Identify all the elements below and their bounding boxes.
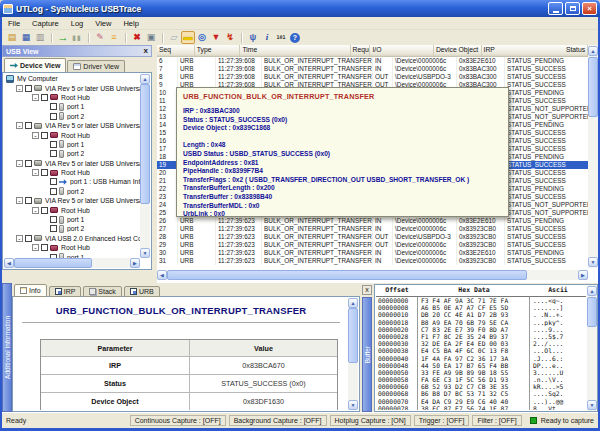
tab-irp[interactable]: IRP	[49, 286, 82, 297]
tree-checkbox[interactable]	[50, 141, 57, 148]
tree-item[interactable]: - port 1 : USB Human Interface D	[4, 177, 140, 186]
grid-row[interactable]: 7 URB 11:27:39:608 BULK_OR_INTERRUPT_TRA…	[157, 65, 588, 73]
scroll-up-icon[interactable]: ▲	[348, 298, 358, 308]
tab-stack[interactable]: Stack	[83, 286, 122, 297]
tree-expander-icon[interactable]: -	[32, 244, 39, 251]
hex-row[interactable]: 00000020 C7 83 2E E7 39 F0 8D A7 ....9..…	[376, 326, 586, 333]
scroll-down-icon[interactable]: ▼	[588, 257, 598, 267]
tree-checkbox[interactable]	[41, 132, 48, 139]
grid-column-header[interactable]: Time	[240, 45, 350, 56]
tree-checkbox[interactable]	[50, 188, 57, 195]
title-bar[interactable]: UTLog - SysNucleus USBTrace ×	[0, 0, 600, 17]
tree-item[interactable]: - port 1	[4, 215, 140, 224]
tree-checkbox[interactable]	[41, 169, 48, 176]
scroll-up-icon[interactable]: ▲	[140, 74, 150, 84]
log-options-button[interactable]: ≡	[107, 31, 121, 44]
tree-checkbox[interactable]	[41, 207, 48, 214]
hex-row[interactable]: 00000018 B8 A9 EA 70 6B 79 5E CA ...pky^…	[376, 319, 586, 326]
tree-checkbox[interactable]	[50, 113, 57, 120]
hex-row[interactable]: 00000050 33 FE A9 9B 89 9B 18 55 3......…	[376, 369, 586, 376]
grid-row[interactable]: 27 URB 11:27:39:623 BULK_OR_INTERRUPT_TR…	[157, 225, 588, 233]
tree-checkbox[interactable]	[50, 103, 57, 110]
scroll-down-icon[interactable]: ▼	[140, 248, 150, 258]
hex-row[interactable]: 00000000 F3 F4 AF 9A 3C 71 7E FA ....<q~…	[376, 297, 586, 304]
hex-row[interactable]: 00000070 E4 DA C9 29 E9 C6 40 40 ...)..@…	[376, 398, 586, 405]
tree-item[interactable]: - Root Hub	[4, 130, 140, 139]
tree-checkbox[interactable]	[50, 150, 57, 157]
tree-item[interactable]: - port 2	[4, 224, 140, 233]
tree-checkbox[interactable]	[50, 178, 57, 185]
tree-item[interactable]: - port 2	[4, 187, 140, 196]
scrollbar-thumb[interactable]	[587, 297, 597, 327]
search-button[interactable]: ◎	[195, 31, 209, 44]
menu-view[interactable]: View	[89, 19, 117, 28]
scroll-right-icon[interactable]: ▶	[130, 258, 140, 268]
copy-button[interactable]: ▣	[144, 31, 158, 44]
hex-row[interactable]: 00000008 A6 B5 0E A7 A7 CF E5 5D .......…	[376, 304, 586, 311]
grid-column-header[interactable]: Type	[195, 45, 241, 56]
open-button[interactable]: ▤	[5, 31, 19, 44]
tree-checkbox[interactable]	[50, 216, 57, 223]
tree-checkbox[interactable]	[50, 225, 57, 232]
tree-expander-icon[interactable]: -	[32, 169, 39, 176]
hex-panel-close-icon[interactable]: x	[362, 285, 372, 295]
hex-row[interactable]: 00000048 44 50 EA 17 B7 65 F4 BB DP...e.…	[376, 362, 586, 369]
help-button[interactable]: ?	[288, 31, 302, 44]
start-capture-button[interactable]: →	[56, 31, 70, 44]
info-vertical-scrollbar[interactable]: ▲ ▼	[348, 298, 358, 410]
hex-row[interactable]: 00000030 32 DE EA 2F E4 ED 00 03 2../...…	[376, 340, 586, 347]
tree-checkbox[interactable]	[41, 94, 48, 101]
grid-row[interactable]: 30 URB 11:27:39:623 BULK_OR_INTERRUPT_TR…	[157, 249, 588, 257]
tree-item[interactable]: - Root Hub	[4, 168, 140, 177]
hex-row[interactable]: 00000060 6B 52 93 D2 C7 CB 3E 35 kR....>…	[376, 383, 586, 390]
close-button[interactable]: ×	[582, 2, 597, 15]
grid-row[interactable]: 31 URB 11:27:39:623 BULK_OR_INTERRUPT_TR…	[157, 257, 588, 265]
scrollbar-thumb[interactable]	[348, 308, 358, 363]
tab-driver-view[interactable]: Driver View	[67, 60, 125, 72]
delete-button[interactable]: ✖	[130, 31, 144, 44]
scrollbar-thumb[interactable]	[167, 270, 527, 280]
tree-expander-icon[interactable]: -	[16, 235, 23, 242]
scrollbar-thumb[interactable]	[14, 258, 92, 268]
scroll-right-icon[interactable]: ▶	[578, 270, 588, 280]
tree-checkbox[interactable]	[25, 122, 32, 129]
tree-expander-icon[interactable]: -	[32, 132, 39, 139]
grid-column-header[interactable]: Seq	[157, 45, 195, 56]
tree-expander-icon[interactable]: -	[16, 122, 23, 129]
tree-expander-icon[interactable]: -	[32, 207, 39, 214]
info-button[interactable]: i	[260, 31, 274, 44]
scroll-up-icon[interactable]: ▲	[588, 46, 598, 56]
tree-checkbox[interactable]	[25, 85, 32, 92]
edit-log-button[interactable]: ✎	[93, 31, 107, 44]
save-button[interactable]: ▦	[19, 31, 33, 44]
tree-item[interactable]: - VIA Rev 5 or later USB Universal Host …	[4, 83, 140, 92]
hex-row[interactable]: 00000040 1F 4A FA 97 C2 36 17 3A .J...6.…	[376, 355, 586, 362]
tree-expander-icon[interactable]: -	[32, 94, 39, 101]
restore-button[interactable]	[565, 2, 580, 15]
grid-horizontal-scrollbar[interactable]: ◀ ▶	[157, 270, 588, 280]
trigger-button[interactable]: ↯	[223, 31, 237, 44]
tree-item[interactable]: - port 1	[4, 102, 140, 111]
tab-urb[interactable]: URB	[124, 286, 160, 297]
tree-checkbox[interactable]	[25, 160, 32, 167]
raw-data-button[interactable]: 101	[274, 31, 288, 44]
menu-help[interactable]: Help	[117, 19, 144, 28]
hex-row[interactable]: 00000010 DB 20 CC 4E A1 D7 2B 93 . .N..+…	[376, 311, 586, 318]
hex-row[interactable]: 00000028 F1 F7 8C 2E 35 24 B9 37 ....5$.…	[376, 333, 586, 340]
scrollbar-thumb[interactable]	[140, 84, 150, 204]
grid-row[interactable]: 26 URB 11:27:39:623 BULK_OR_INTERRUPT_TR…	[157, 217, 588, 225]
tree-item[interactable]: - Root Hub	[4, 243, 140, 252]
tree-item[interactable]: - VIA Rev 5 or later USB Universal Host …	[4, 196, 140, 205]
tree-vertical-scrollbar[interactable]: ▲ ▼	[140, 74, 150, 258]
tab-info[interactable]: Info	[14, 284, 47, 297]
menu-file[interactable]: File	[2, 19, 26, 28]
grid-row[interactable]: 28 URB 11:27:39:623 BULK_OR_INTERRUPT_TR…	[157, 233, 588, 241]
grid-row[interactable]: 29 URB 11:27:39:623 BULK_OR_INTERRUPT_TR…	[157, 241, 588, 249]
tree-expander-icon[interactable]: -	[16, 160, 23, 167]
pause-capture-button[interactable]: ▮▮	[70, 31, 84, 44]
tree-checkbox[interactable]	[41, 244, 48, 251]
tree-item[interactable]: - port 2	[4, 112, 140, 121]
tree-checkbox[interactable]	[25, 235, 32, 242]
tab-device-view[interactable]: Device View	[4, 58, 66, 72]
tree-item[interactable]: - Root Hub	[4, 205, 140, 214]
